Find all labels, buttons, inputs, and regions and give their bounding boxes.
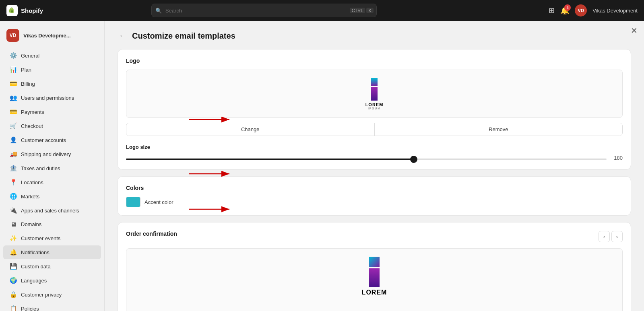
languages-icon: 🌍 bbox=[10, 277, 17, 284]
sidebar-label-customer-accounts: Customer accounts bbox=[21, 137, 66, 143]
order-confirm-header: Order confirmation ‹ › bbox=[126, 231, 623, 243]
prev-template-button[interactable]: ‹ bbox=[599, 231, 610, 242]
markets-icon: 🌐 bbox=[10, 193, 17, 200]
sidebar-label-shipping: Shipping and delivery bbox=[21, 151, 71, 157]
sidebar-item-customer-events[interactable]: ✨ Customer events bbox=[3, 231, 101, 245]
taxes-icon: 🏦 bbox=[10, 165, 17, 172]
logo-mid-bar bbox=[371, 87, 378, 101]
sidebar-item-locations[interactable]: 📍 Locations bbox=[3, 175, 101, 189]
sidebar-item-general[interactable]: ⚙️ General bbox=[3, 49, 101, 62]
logo-image: LOREM IPSUM bbox=[365, 78, 384, 110]
sidebar-item-custom-data[interactable]: 💾 Custom data bbox=[3, 260, 101, 273]
next-template-button[interactable]: › bbox=[611, 231, 623, 242]
logo-size-slider[interactable] bbox=[126, 159, 607, 160]
sidebar-label-customer-events: Customer events bbox=[21, 235, 60, 241]
logo-size-section: Logo size 180 bbox=[126, 144, 623, 161]
sidebar-label-apps: Apps and sales channels bbox=[21, 208, 79, 214]
search-input[interactable] bbox=[151, 4, 377, 17]
notifications-button[interactable]: 🔔 3 bbox=[560, 6, 569, 15]
store-icon-button[interactable]: ⊞ bbox=[549, 6, 555, 15]
sidebar-item-plan[interactable]: 📊 Plan bbox=[3, 63, 101, 76]
remove-logo-button[interactable]: Remove bbox=[375, 123, 623, 136]
sidebar-item-users[interactable]: 👥 Users and permissions bbox=[3, 91, 101, 105]
sidebar-item-domains[interactable]: 🖥 Domains bbox=[3, 218, 101, 231]
sidebar-label-payments: Payments bbox=[21, 109, 44, 115]
sidebar-item-markets[interactable]: 🌐 Markets bbox=[3, 189, 101, 203]
plan-icon: 📊 bbox=[10, 66, 17, 73]
customer-accounts-icon: 👤 bbox=[10, 136, 17, 144]
general-icon: ⚙️ bbox=[10, 52, 17, 59]
billing-icon: 💳 bbox=[10, 80, 17, 87]
avatar[interactable]: VD bbox=[575, 4, 587, 16]
page-header: ← Customize email templates bbox=[118, 31, 631, 41]
logo-top-bar bbox=[371, 78, 378, 86]
sidebar-item-billing[interactable]: 💳 Billing bbox=[3, 77, 101, 91]
colors-card: Colors Accent color bbox=[118, 176, 631, 216]
svg-rect-1 bbox=[11, 10, 13, 12]
sidebar-item-apps[interactable]: 🔌 Apps and sales channels bbox=[3, 204, 101, 217]
sidebar-item-policies[interactable]: 📋 Policies bbox=[3, 302, 101, 311]
ctrl-key: CTRL bbox=[350, 8, 365, 13]
sidebar-item-payments[interactable]: 💳 Payments bbox=[3, 105, 101, 119]
back-button[interactable]: ← bbox=[118, 31, 127, 41]
search-icon: 🔍 bbox=[155, 8, 162, 14]
shopify-wordmark: Shopify bbox=[21, 7, 43, 14]
domains-icon: 🖥 bbox=[10, 221, 17, 228]
policies-icon: 📋 bbox=[10, 305, 17, 311]
accent-color-swatch[interactable] bbox=[126, 197, 140, 207]
logo-size-label: Logo size bbox=[126, 144, 623, 150]
logo-size-value: 180 bbox=[611, 155, 623, 161]
sidebar-label-locations: Locations bbox=[21, 179, 43, 185]
sidebar-item-checkout[interactable]: 🛒 Checkout bbox=[3, 119, 101, 133]
accent-color-label: Accent color bbox=[144, 199, 173, 205]
order-logo-mid bbox=[369, 268, 380, 287]
sidebar-label-checkout: Checkout bbox=[21, 123, 43, 129]
change-logo-button[interactable]: Change bbox=[126, 123, 375, 136]
sidebar-item-customer-privacy[interactable]: 🔒 Customer privacy bbox=[3, 288, 101, 301]
colors-row: Accent color bbox=[126, 197, 623, 207]
sidebar-item-notifications[interactable]: 🔔 Notifications bbox=[3, 245, 101, 259]
sidebar-item-languages[interactable]: 🌍 Languages bbox=[3, 274, 101, 287]
sidebar-label-policies: Policies bbox=[21, 306, 39, 311]
payments-icon: 💳 bbox=[10, 108, 17, 115]
sidebar: VD Vikas Developme... ⚙️ General 📊 Plan … bbox=[0, 21, 105, 311]
shipping-icon: 🚚 bbox=[10, 150, 17, 158]
locations-icon: 📍 bbox=[10, 179, 17, 186]
apps-icon: 🔌 bbox=[10, 207, 17, 214]
logo-text: LOREM bbox=[365, 102, 384, 107]
order-preview: LOREM bbox=[126, 248, 623, 311]
close-button[interactable]: ✕ bbox=[631, 26, 638, 35]
k-key: K bbox=[366, 8, 373, 13]
sidebar-label-custom-data: Custom data bbox=[21, 264, 51, 270]
sidebar-label-billing: Billing bbox=[21, 81, 35, 87]
slider-row: 180 bbox=[126, 154, 623, 161]
notification-badge: 3 bbox=[564, 4, 571, 11]
logo-card: Logo LOREM IPSUM Change Remove Logo size bbox=[118, 49, 631, 170]
shopify-logo: Shopify bbox=[6, 5, 63, 16]
sidebar-item-customer-accounts[interactable]: 👤 Customer accounts bbox=[3, 133, 101, 147]
logo-action-buttons: Change Remove bbox=[126, 123, 623, 136]
store-header: VD Vikas Developme... bbox=[0, 26, 104, 48]
store-avatar: VD bbox=[6, 29, 19, 42]
custom-data-icon: 💾 bbox=[10, 263, 17, 270]
sidebar-item-shipping[interactable]: 🚚 Shipping and delivery bbox=[3, 147, 101, 161]
nav-right: ⊞ 🔔 3 VD Vikas Development bbox=[549, 4, 638, 16]
top-navigation: Shopify 🔍 CTRL K ⊞ 🔔 3 VD Vikas Developm… bbox=[0, 0, 644, 21]
checkout-icon: 🛒 bbox=[10, 122, 17, 130]
sidebar-label-plan: Plan bbox=[21, 67, 31, 73]
order-logo-top bbox=[369, 257, 380, 267]
sidebar-label-markets: Markets bbox=[21, 194, 39, 200]
nav-arrows: ‹ › bbox=[599, 231, 623, 242]
logo-card-title: Logo bbox=[126, 58, 623, 64]
search-bar[interactable]: 🔍 CTRL K bbox=[151, 4, 377, 17]
sidebar-label-taxes: Taxes and duties bbox=[21, 165, 60, 171]
order-logo-text: LOREM bbox=[362, 289, 387, 296]
sidebar-label-privacy: Customer privacy bbox=[21, 292, 62, 298]
slider-wrap bbox=[126, 154, 607, 161]
sidebar-item-taxes[interactable]: 🏦 Taxes and duties bbox=[3, 161, 101, 175]
sidebar-label-languages: Languages bbox=[21, 278, 47, 284]
page-title: Customize email templates bbox=[132, 31, 235, 41]
sidebar-label-general: General bbox=[21, 53, 39, 59]
colors-card-title: Colors bbox=[126, 185, 623, 191]
order-confirm-title: Order confirmation bbox=[126, 231, 177, 237]
